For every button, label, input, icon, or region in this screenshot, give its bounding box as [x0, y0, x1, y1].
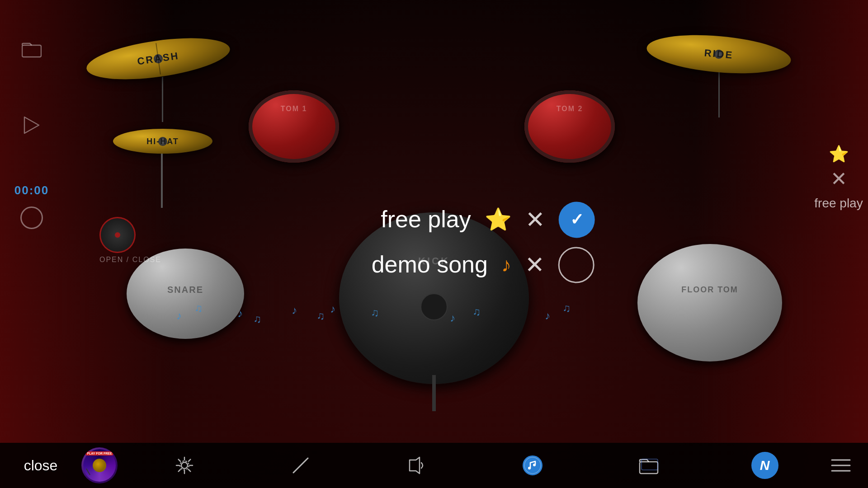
play-for-free-badge: PLAY FOR FREE	[85, 451, 113, 455]
svg-rect-0	[22, 45, 41, 57]
svg-point-6	[523, 456, 542, 475]
hihat-label: HI-HAT	[146, 136, 179, 146]
music-note-3: ♪	[237, 307, 243, 320]
ride-cymbal[interactable]: RIDE	[645, 30, 793, 79]
free-play-label: free play	[372, 207, 471, 233]
floor-tom-label: FLOOR TOM	[681, 285, 738, 295]
files-button[interactable]	[591, 443, 707, 488]
crash-cymbal[interactable]: CRASH	[84, 31, 232, 87]
record-button[interactable]	[20, 206, 43, 229]
metronome-button[interactable]	[359, 443, 475, 488]
music-note-7: ♪	[330, 303, 335, 315]
music-note-1: ♪	[176, 310, 182, 322]
logo-hand	[86, 469, 90, 475]
svg-marker-1	[24, 117, 39, 133]
floor-tom-drum[interactable]: FLOOR TOM	[637, 244, 782, 361]
free-play-star-icon: ⭐	[485, 207, 512, 232]
ride-cymbal-label: RIDE	[704, 47, 734, 61]
snare-label: SNARE	[167, 285, 203, 295]
music-note-12: ♫	[562, 302, 571, 314]
timer-display: 00:00	[14, 183, 49, 197]
demo-song-note-icon: ♪	[501, 253, 511, 276]
demo-song-select-button[interactable]	[558, 247, 594, 283]
hamburger-menu-button[interactable]	[823, 443, 859, 488]
ride-stand	[718, 72, 720, 117]
logo-inner-disc	[93, 459, 106, 472]
hihat-cymbal[interactable]: HI-HAT	[113, 129, 212, 154]
demo-song-label: demo song	[372, 252, 488, 278]
folder-icon[interactable]	[22, 41, 42, 62]
svg-rect-10	[640, 462, 658, 474]
free-play-row: free play ⭐ ✕ ✓	[372, 202, 595, 238]
svg-point-2	[181, 462, 188, 469]
tom1-drum[interactable]: TOM 1	[249, 90, 339, 163]
overlay-menu: free play ⭐ ✕ ✓ demo song ♪ ✕	[372, 202, 595, 283]
bottom-toolbar: close PLAY FOR FREE	[0, 443, 868, 488]
settings-button[interactable]	[127, 443, 243, 488]
svg-marker-5	[410, 457, 420, 474]
svg-line-4	[293, 458, 308, 473]
brand-n-text: N	[760, 458, 770, 473]
hihat-disc-inner	[115, 232, 120, 238]
music-note-6: ♫	[316, 310, 325, 322]
close-label: close	[24, 457, 58, 474]
right-free-play-label: free play	[814, 196, 863, 211]
music-note-2: ♫	[194, 302, 203, 314]
logo-disc: PLAY FOR FREE	[83, 449, 116, 482]
crash-stand	[162, 77, 163, 122]
svg-rect-11	[642, 459, 658, 470]
brand-button[interactable]: N	[707, 443, 823, 488]
left-sidebar: 00:00	[9, 0, 54, 488]
play-for-free-button[interactable]: PLAY FOR FREE	[72, 443, 127, 488]
music-note-11: ♪	[545, 310, 550, 322]
demo-song-x-icon[interactable]: ✕	[525, 251, 545, 278]
drumstick-button[interactable]	[243, 443, 359, 488]
kick-center	[420, 293, 448, 320]
hihat-control[interactable]: OPEN / CLOSE	[99, 217, 161, 264]
free-play-select-button[interactable]: ✓	[559, 202, 595, 238]
app-logo: PLAY FOR FREE	[81, 447, 118, 483]
demo-song-row: demo song ♪ ✕	[372, 247, 595, 283]
music-note-4: ♫	[253, 313, 261, 325]
tom2-drum[interactable]: TOM 2	[524, 90, 615, 163]
music-note-9: ♪	[450, 312, 455, 324]
tom1-rim	[249, 90, 339, 163]
music-note-5: ♪	[292, 304, 297, 317]
brand-logo: N	[751, 452, 778, 479]
right-x-icon[interactable]: ✕	[830, 167, 847, 190]
svg-point-9	[533, 464, 536, 466]
hihat-stand	[161, 154, 163, 208]
music-play-button[interactable]	[475, 443, 591, 488]
music-note-8: ♫	[371, 306, 379, 319]
close-button[interactable]: close	[9, 443, 72, 488]
svg-point-8	[528, 467, 531, 469]
music-note-10: ♫	[472, 305, 481, 318]
free-play-x-icon[interactable]: ✕	[525, 206, 545, 233]
right-star-icon: ⭐	[829, 145, 849, 164]
hihat-disc[interactable]	[99, 217, 136, 253]
kick-pedal	[432, 375, 436, 411]
tom2-rim	[524, 90, 615, 163]
open-close-label: OPEN / CLOSE	[99, 256, 161, 264]
right-free-play-panel: ⭐ ✕ free play	[809, 136, 868, 280]
play-icon[interactable]	[24, 116, 40, 138]
